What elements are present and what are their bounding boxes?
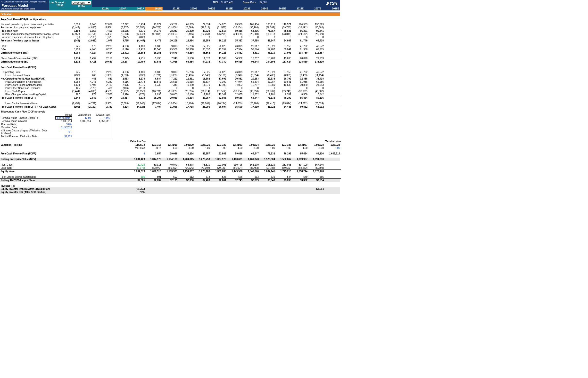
tl-cell: 1,400,631 [227,158,243,161]
dcf-row-label: Market Price as of Valuation Date [0,135,54,138]
cell: 78,831 [276,29,292,32]
row-label: Plus: Other Non-Cash Expenses [0,87,64,90]
tl-cell: (81,924) [227,166,243,169]
tl-row-label: Equity Value [0,169,64,173]
cell: (40,382) [308,26,324,29]
cell: 26,879 [227,45,243,48]
cell: 52,874 [243,48,259,51]
tl-cell: 523 [211,175,227,178]
dcf-cell: 11/9/2018 [54,126,73,129]
cell: (36,134) [227,26,243,29]
tl-cell: $3,382 [292,178,308,182]
cell: (147) [113,36,129,39]
cell: 41,392 [211,80,227,83]
dcf-cell: 501 [54,129,73,135]
cell: 2,975 [113,83,129,87]
cell: 78,292 [276,96,292,99]
section-heading: Free Cash Flow to Firm (FCFF) [0,66,64,70]
irr-row-label: Equity Investor Return (After SBC diluti… [0,188,64,190]
cell: (26,294) [211,32,227,36]
cell: 19,633 [276,83,292,87]
cell: (6,485) [259,74,276,77]
cell: 64,447 [243,96,259,99]
cell: 10,003 [162,93,178,96]
year-2018: 2018E [145,7,163,10]
tl-date: 12/31/28 [324,143,341,147]
cell: (24,612) [292,102,308,105]
cell: 90,441 [308,29,324,32]
cell: (22,261) [194,32,211,36]
tl-cell: 40,070 [162,163,178,166]
section-heading: Free Cash Flow (FCF) From Operations [0,18,64,23]
cell: (26,908) [243,102,259,105]
tl-cell: 1,449,506 [227,169,243,173]
year-frac: 1.00 [243,147,259,149]
cell: 35,490 [178,29,194,32]
cell: 36,234 [178,96,194,99]
cell: (36,134) [227,90,243,93]
cell: (135) [81,36,97,39]
tl-date: 12/31/20 [178,143,194,147]
tl-cell: 71,132 [259,152,276,155]
cell: 1,976 [97,39,113,42]
cell: 22,828 [211,45,227,48]
year-frac: 1.00 [259,147,276,149]
tl-cell: $2,037 [146,178,162,182]
cell: 10,180 [178,93,194,96]
scenario-select[interactable]: Consensus [71,1,91,5]
cell: 84,070 [211,23,227,26]
dcf-col-model: Model [54,113,73,116]
cell: 0 [243,87,259,90]
cell: 72,334 [194,23,211,26]
cell: 1,497 [81,83,97,87]
cell: 2,381 [97,105,113,108]
cell: 71,132 [259,96,276,99]
irr-end: $3,554 [308,188,324,190]
cell: 61,938 [292,48,308,51]
copyright: © Corporate Finance Institute. All right… [1,0,48,3]
tl-cell: 1,694,830 [308,158,324,161]
cell: 6,842 [308,93,324,96]
cell: (121) [97,36,113,39]
cell: (22,261) [194,102,211,105]
cell: 16,994 [178,39,194,42]
cell: 4,186 [113,70,129,74]
cell: 77,330 [211,60,227,63]
cell: (4,589) [97,90,113,93]
cell: (38,192) [292,90,308,93]
cell: (3,444) [64,90,81,93]
cell: 41,928 [162,60,178,63]
row-label: Less: Cash Capex [0,90,64,93]
cell: 57,287 [259,80,276,83]
tl-row-label: Rolling AMZN Value per Share [0,178,64,182]
cell: 124,553 [292,23,308,26]
cell: 1,134 [64,83,81,87]
tl-cell: 0 [129,152,146,155]
row-label: Free cash flow less capital leases [0,39,64,42]
cell: (8,359) [276,74,292,77]
cell: 26,017 [243,45,259,48]
cell: 18,289 [259,57,276,60]
tl-cell: 549 [292,175,308,178]
cell: 2,975 [113,57,129,60]
cell: 89,116 [308,96,324,99]
cell: 41,947 [259,39,276,42]
year-2022: 2022E [216,7,233,10]
cell: 21,953 [308,57,324,60]
cell: (200) [129,36,146,39]
irr-value: 7.2% [129,190,146,194]
tl-cell: (53,970) [146,166,162,169]
cell: (36,762) [259,90,276,93]
tl-cell: $3,040 [259,178,276,182]
cell: (3,943) [194,74,211,77]
tl-cell: (89,520) [276,166,292,169]
cell: (109) [64,105,81,108]
cell: (1,353) [97,74,113,77]
cell: 0 [146,36,162,39]
cell: 4,186 [113,45,129,48]
cell: 15,584 [129,51,146,54]
tl-date: 12/31/26 [276,143,292,147]
tl-date: 12/31/28 [308,143,324,147]
tl-cell: 1,204,815 [178,158,194,161]
cell: (3,435) [178,74,194,77]
